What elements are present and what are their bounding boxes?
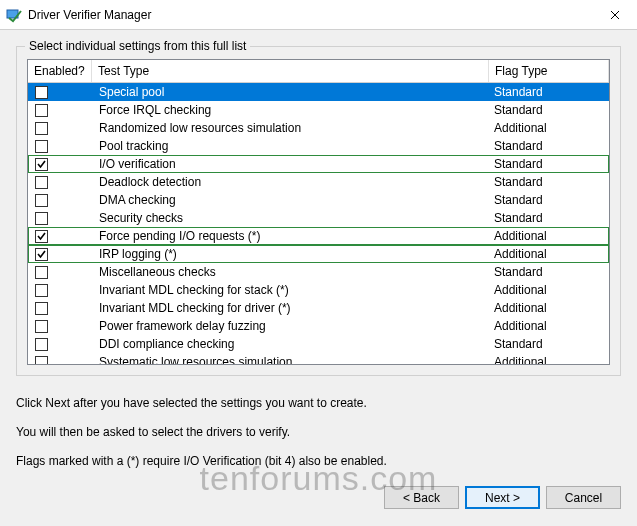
cell-enabled: [29, 156, 93, 172]
cell-test-type: Pool tracking: [93, 138, 488, 154]
title-bar: Driver Verifier Manager: [0, 0, 637, 30]
dialog-content: Select individual settings from this ful…: [0, 30, 637, 521]
window-title: Driver Verifier Manager: [28, 8, 592, 22]
cell-flag-type: Standard: [488, 210, 608, 226]
cell-enabled: [29, 246, 93, 262]
checkbox[interactable]: [35, 338, 48, 351]
checkbox[interactable]: [35, 194, 48, 207]
column-header-flag[interactable]: Flag Type: [489, 60, 609, 82]
list-row[interactable]: Miscellaneous checksStandard: [28, 263, 609, 281]
cell-flag-type: Standard: [488, 156, 608, 172]
list-row[interactable]: Force IRQL checkingStandard: [28, 101, 609, 119]
checkbox[interactable]: [35, 266, 48, 279]
checkbox[interactable]: [35, 248, 48, 261]
settings-list[interactable]: Enabled? Test Type Flag Type Special poo…: [27, 59, 610, 365]
button-row: < Back Next > Cancel: [16, 486, 621, 509]
list-row[interactable]: Power framework delay fuzzingAdditional: [28, 317, 609, 335]
cell-test-type: Invariant MDL checking for driver (*): [93, 300, 488, 316]
cell-flag-type: Additional: [488, 282, 608, 298]
list-row[interactable]: Invariant MDL checking for driver (*)Add…: [28, 299, 609, 317]
instruction-line: Flags marked with a (*) require I/O Veri…: [16, 450, 621, 473]
cell-enabled: [29, 300, 93, 316]
cancel-button[interactable]: Cancel: [546, 486, 621, 509]
list-row[interactable]: DMA checkingStandard: [28, 191, 609, 209]
cell-enabled: [29, 336, 93, 352]
cell-test-type: Deadlock detection: [93, 174, 488, 190]
cell-enabled: [29, 210, 93, 226]
cell-enabled: [29, 120, 93, 136]
cell-test-type: DMA checking: [93, 192, 488, 208]
instruction-line: You will then be asked to select the dri…: [16, 421, 621, 444]
back-button[interactable]: < Back: [384, 486, 459, 509]
cell-test-type: Force pending I/O requests (*): [93, 228, 488, 244]
cell-flag-type: Standard: [488, 84, 608, 100]
settings-group: Select individual settings from this ful…: [16, 46, 621, 376]
cell-test-type: Security checks: [93, 210, 488, 226]
cell-enabled: [29, 264, 93, 280]
checkbox[interactable]: [35, 356, 48, 364]
list-row[interactable]: Deadlock detectionStandard: [28, 173, 609, 191]
list-row[interactable]: Systematic low resources simulationAddit…: [28, 353, 609, 364]
cell-test-type: I/O verification: [93, 156, 488, 172]
cell-flag-type: Standard: [488, 264, 608, 280]
checkbox[interactable]: [35, 302, 48, 315]
list-row[interactable]: Force pending I/O requests (*)Additional: [28, 227, 609, 245]
list-row[interactable]: DDI compliance checkingStandard: [28, 335, 609, 353]
cell-flag-type: Additional: [488, 120, 608, 136]
checkbox[interactable]: [35, 86, 48, 99]
list-row[interactable]: IRP logging (*)Additional: [28, 245, 609, 263]
app-icon: [6, 7, 22, 23]
list-row[interactable]: Randomized low resources simulationAddit…: [28, 119, 609, 137]
column-header-enabled[interactable]: Enabled?: [28, 60, 92, 82]
cell-test-type: Special pool: [93, 84, 488, 100]
list-header: Enabled? Test Type Flag Type: [28, 60, 609, 83]
cell-flag-type: Standard: [488, 102, 608, 118]
cell-test-type: Randomized low resources simulation: [93, 120, 488, 136]
list-row[interactable]: I/O verificationStandard: [28, 155, 609, 173]
checkbox[interactable]: [35, 284, 48, 297]
cell-test-type: Miscellaneous checks: [93, 264, 488, 280]
list-row[interactable]: Pool trackingStandard: [28, 137, 609, 155]
cell-flag-type: Standard: [488, 192, 608, 208]
cell-enabled: [29, 84, 93, 100]
list-row[interactable]: Invariant MDL checking for stack (*)Addi…: [28, 281, 609, 299]
close-button[interactable]: [592, 0, 637, 30]
cell-test-type: Power framework delay fuzzing: [93, 318, 488, 334]
list-row[interactable]: Special poolStandard: [28, 83, 609, 101]
checkbox[interactable]: [35, 212, 48, 225]
cell-flag-type: Standard: [488, 174, 608, 190]
cell-flag-type: Additional: [488, 318, 608, 334]
next-button[interactable]: Next >: [465, 486, 540, 509]
cell-enabled: [29, 174, 93, 190]
checkbox[interactable]: [35, 140, 48, 153]
cell-flag-type: Additional: [488, 246, 608, 262]
column-header-test[interactable]: Test Type: [92, 60, 489, 82]
cell-flag-type: Additional: [488, 300, 608, 316]
checkbox[interactable]: [35, 122, 48, 135]
checkbox[interactable]: [35, 158, 48, 171]
cell-enabled: [29, 282, 93, 298]
cell-test-type: IRP logging (*): [93, 246, 488, 262]
cell-flag-type: Additional: [488, 228, 608, 244]
cell-flag-type: Standard: [488, 336, 608, 352]
instructions: Click Next after you have selected the s…: [16, 392, 621, 472]
cell-enabled: [29, 318, 93, 334]
cell-enabled: [29, 354, 93, 364]
cell-enabled: [29, 228, 93, 244]
cell-enabled: [29, 102, 93, 118]
checkbox[interactable]: [35, 230, 48, 243]
group-legend: Select individual settings from this ful…: [25, 39, 250, 53]
cell-test-type: DDI compliance checking: [93, 336, 488, 352]
list-body[interactable]: Special poolStandardForce IRQL checkingS…: [28, 83, 609, 364]
cell-enabled: [29, 138, 93, 154]
cell-enabled: [29, 192, 93, 208]
close-icon: [610, 10, 620, 20]
checkbox[interactable]: [35, 104, 48, 117]
cell-test-type: Invariant MDL checking for stack (*): [93, 282, 488, 298]
checkbox[interactable]: [35, 176, 48, 189]
instruction-line: Click Next after you have selected the s…: [16, 392, 621, 415]
cell-flag-type: Standard: [488, 138, 608, 154]
checkbox[interactable]: [35, 320, 48, 333]
cell-test-type: Systematic low resources simulation: [93, 354, 488, 364]
list-row[interactable]: Security checksStandard: [28, 209, 609, 227]
